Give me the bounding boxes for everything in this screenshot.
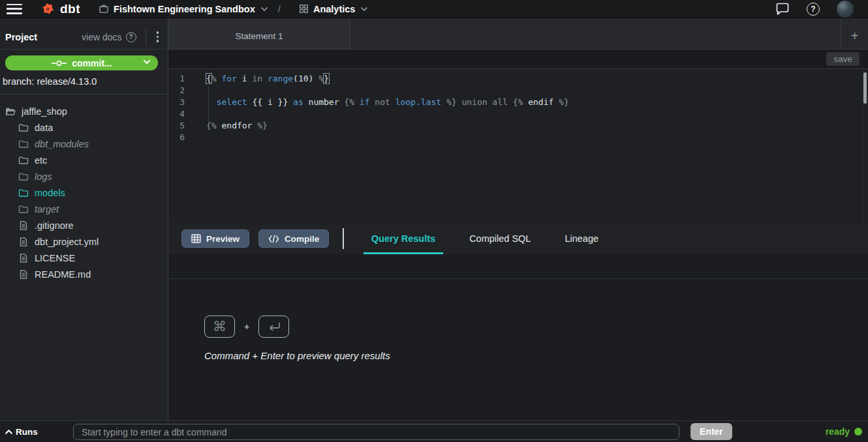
tree-item-gitignore[interactable]: .gitignore	[0, 217, 168, 233]
project-selector[interactable]: Analytics	[299, 4, 367, 14]
code-line[interactable]: 1{% for i in range(10) %}	[168, 73, 868, 85]
code-line[interactable]: 5{% endfor %}	[168, 120, 868, 132]
code-line[interactable]: 4	[168, 108, 868, 120]
code-line[interactable]: 6	[168, 132, 868, 143]
toolbar-divider	[343, 228, 344, 249]
view-docs-link[interactable]: view docs ?	[82, 32, 136, 42]
tree-item-dbt-modules[interactable]: dbt_modules	[0, 136, 168, 152]
preview-button[interactable]: Preview	[181, 229, 249, 248]
line-number: 4	[168, 108, 193, 120]
code-line[interactable]: 3 select {{ i }} as number {% if not loo…	[168, 96, 868, 108]
table-icon	[191, 234, 201, 243]
dbt-command-input[interactable]	[73, 424, 679, 440]
file-icon	[18, 237, 29, 247]
tree-item-target[interactable]: target	[0, 201, 168, 217]
tree-item-label: logs	[35, 171, 52, 182]
scrollbar-thumb[interactable]	[863, 72, 867, 104]
project-name: Analytics	[313, 4, 355, 14]
status-label: ready	[826, 426, 850, 437]
compile-button-label: Compile	[285, 234, 319, 244]
tree-item-logs[interactable]: logs	[0, 168, 168, 184]
command-key: ⌘	[204, 316, 235, 338]
folder-open-icon	[5, 106, 16, 117]
tree-item-license[interactable]: LICENSE	[0, 250, 168, 266]
chat-icon[interactable]	[775, 3, 790, 16]
tree-item-dbt-project-yml[interactable]: dbt_project.yml	[0, 233, 168, 250]
tree-item-label: .gitignore	[35, 220, 74, 231]
tab-strip-spacer	[350, 18, 841, 49]
chevron-down-icon	[261, 7, 268, 11]
plus-icon: +	[851, 29, 859, 44]
results-body-divider	[168, 278, 868, 279]
tree-item-etc[interactable]: etc	[0, 152, 168, 168]
tab-label: Statement 1	[236, 31, 283, 41]
tree-item-models[interactable]: models	[0, 184, 168, 201]
plus-separator: +	[244, 321, 249, 332]
runs-toggle[interactable]: Runs	[5, 427, 38, 437]
enter-button[interactable]: Enter	[690, 423, 732, 440]
code-line[interactable]: 2	[168, 85, 868, 96]
docs-question-icon: ?	[126, 32, 136, 42]
results-tab-label: Query Results	[371, 233, 435, 244]
hamburger-menu-icon[interactable]	[7, 4, 22, 14]
account-selector[interactable]: Fishtown Engineering Sandbox	[99, 4, 268, 14]
results-panel-body: ⌘ + Command + Enter to preview query res…	[168, 254, 868, 420]
enter-key	[258, 316, 289, 338]
tree-item-jaffle-shop[interactable]: jaffle_shop	[0, 103, 168, 119]
folder-icon	[18, 123, 29, 133]
folder-icon	[18, 204, 29, 214]
editor-scrollbar[interactable]	[863, 69, 867, 223]
docs-question-glyph: ?	[129, 33, 132, 40]
command-icon: ⌘	[213, 319, 226, 334]
results-toolbar: Preview Compile Query Results Compiled S…	[168, 223, 868, 254]
account-name: Fishtown Engineering Sandbox	[114, 4, 255, 14]
folder-icon	[18, 188, 29, 198]
tree-item-label: LICENSE	[35, 253, 75, 263]
tree-item-label: etc	[35, 155, 47, 166]
tree-item-label: models	[35, 188, 65, 198]
help-icon[interactable]: ?	[807, 3, 820, 16]
top-navigation-bar: dbt Fishtown Engineering Sandbox / Analy…	[0, 0, 868, 18]
folder-icon	[18, 139, 29, 149]
code-icon	[268, 235, 279, 243]
tree-item-label: dbt_modules	[35, 139, 89, 149]
editor-toolbar-row: save	[168, 50, 868, 69]
header-divider	[146, 29, 146, 46]
line-number: 2	[168, 85, 193, 96]
status-dot-icon	[854, 428, 862, 435]
briefcase-icon	[99, 4, 109, 14]
code-editor[interactable]: 1{% for i in range(10) %}23 select {{ i …	[168, 69, 868, 223]
new-tab-button[interactable]: +	[841, 18, 868, 49]
file-icon	[18, 269, 29, 280]
tab-query-results[interactable]: Query Results	[358, 223, 448, 254]
branch-label: branch: release/4.13.0	[3, 76, 168, 87]
folder-icon	[18, 171, 29, 182]
view-docs-label: view docs	[82, 32, 121, 42]
dbt-logo[interactable]: dbt	[38, 2, 80, 16]
tree-item-label: jaffle_shop	[22, 106, 67, 117]
file-icon	[18, 220, 29, 231]
command-bar: Runs Enter ready	[0, 420, 868, 442]
tab-lineage[interactable]: Lineage	[551, 223, 612, 254]
kebab-menu-icon[interactable]	[153, 29, 168, 45]
status-indicator: ready	[826, 421, 862, 442]
folder-icon	[18, 155, 29, 166]
line-number: 5	[168, 120, 193, 132]
compile-button[interactable]: Compile	[258, 229, 329, 248]
code-lines: 1{% for i in range(10) %}23 select {{ i …	[168, 69, 868, 143]
preview-button-label: Preview	[206, 234, 240, 244]
indent-guide	[208, 86, 209, 121]
user-avatar[interactable]	[837, 1, 854, 18]
help-question-glyph: ?	[811, 5, 815, 14]
save-button[interactable]: save	[826, 52, 860, 66]
dbt-logo-icon	[38, 2, 57, 16]
tab-statement-1[interactable]: Statement 1	[168, 18, 350, 49]
dbt-logo-text: dbt	[60, 2, 80, 16]
tree-item-readme[interactable]: README.md	[0, 266, 168, 282]
tab-compiled-sql[interactable]: Compiled SQL	[456, 223, 544, 254]
chevron-down-icon	[361, 7, 367, 11]
tree-item-data[interactable]: data	[0, 119, 168, 136]
commit-button[interactable]: commit...	[5, 55, 158, 70]
return-icon	[267, 321, 281, 332]
results-tabs: Query Results Compiled SQL Lineage	[358, 223, 619, 254]
